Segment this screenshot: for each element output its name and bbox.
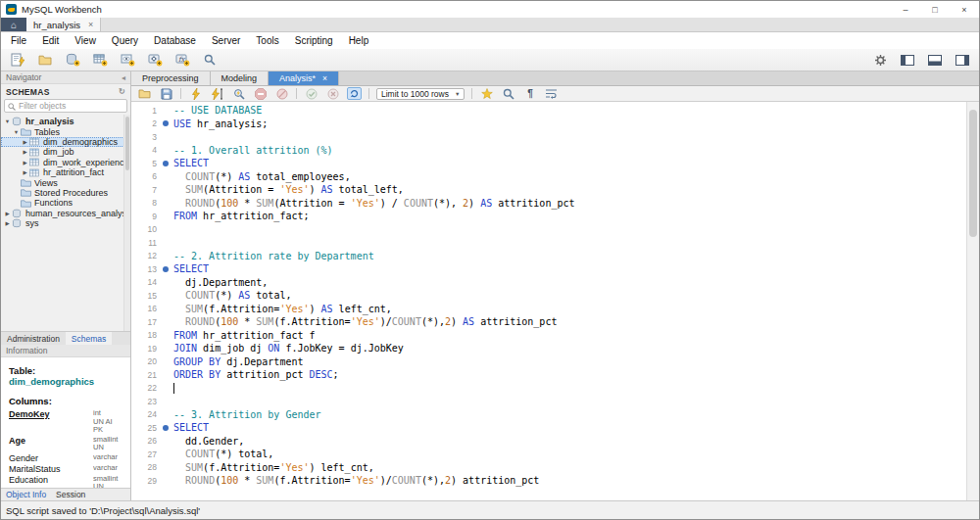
toggle-bottom-panel-icon[interactable] xyxy=(926,52,944,68)
execute-current-statement-icon[interactable] xyxy=(210,87,224,100)
create-view-icon[interactable] xyxy=(119,52,136,68)
menu-scripting[interactable]: Scripting xyxy=(287,34,341,47)
close-tab-icon[interactable]: × xyxy=(88,20,93,29)
tree-item-hr_attrition_fact[interactable]: ▶hr_attrition_fact xyxy=(1,167,130,177)
stop-icon[interactable] xyxy=(253,87,268,100)
tree-item-label: dim_work_experience xyxy=(41,158,129,167)
toggle-wrap-icon[interactable] xyxy=(544,87,559,100)
code-text: SUM(f.Attrition='Yes') AS left_cnt, xyxy=(173,304,392,314)
create-table-icon[interactable] xyxy=(91,52,109,68)
line-number: 27 xyxy=(131,449,157,459)
editor-scrollbar[interactable] xyxy=(966,102,979,500)
tree-item-hr_analysis[interactable]: ▼hr_analysis xyxy=(1,117,130,126)
home-tab[interactable]: ⌂ xyxy=(1,18,26,31)
document-tab-hr_analysis[interactable]: hr_analysis× xyxy=(26,18,101,31)
column-name: Age xyxy=(9,436,93,446)
tree-item-sys[interactable]: ▶sys xyxy=(1,218,130,228)
new-query-tab-icon[interactable] xyxy=(9,52,26,68)
query-tab-preprocessing[interactable]: Preprocessing xyxy=(131,71,211,85)
menu-database[interactable]: Database xyxy=(146,34,204,47)
expand-arrow-icon[interactable]: ▶ xyxy=(3,220,12,226)
folder-icon xyxy=(21,188,32,197)
expand-arrow-icon[interactable]: ▶ xyxy=(21,160,29,165)
toggle-invisibles-icon[interactable]: ¶ xyxy=(522,87,537,100)
toggle-autocommit-icon[interactable] xyxy=(347,87,362,100)
preferences-gear-icon[interactable] xyxy=(871,52,889,68)
menu-query[interactable]: Query xyxy=(104,34,146,47)
code-text: -- 2. Attrition rate by Department xyxy=(173,251,374,261)
create-schema-icon[interactable] xyxy=(64,52,81,68)
explain-icon[interactable] xyxy=(231,87,246,100)
code-line-20: 20GROUP BY dj.Department xyxy=(131,355,966,369)
column-row: EducationsmallintUN xyxy=(9,475,124,489)
sql-editor: PreprocessingModelingAnalysis*× Limit to… xyxy=(131,71,979,500)
close-tab-icon[interactable]: × xyxy=(322,73,327,83)
find-icon[interactable] xyxy=(501,87,515,100)
statement-marker-dot xyxy=(163,266,169,272)
minimize-button[interactable]: – xyxy=(891,2,920,18)
collapse-panel-icon[interactable]: ◂ xyxy=(122,73,125,82)
open-script-icon[interactable] xyxy=(137,87,152,100)
open-sql-script-icon[interactable] xyxy=(36,52,54,68)
row-limit-select[interactable]: Limit to 1000 rows▼ xyxy=(376,88,465,100)
line-number: 16 xyxy=(131,304,157,313)
search-data-icon[interactable] xyxy=(201,52,219,68)
tree-scrollbar[interactable] xyxy=(123,115,130,331)
tree-item-Stored Procedures[interactable]: Stored Procedures xyxy=(1,188,130,198)
query-tab-analysis[interactable]: Analysis*× xyxy=(269,71,339,85)
code-line-27: 27 COUNT(*) total, xyxy=(131,448,966,461)
tree-item-dim_demographics[interactable]: ▶dim_demographics xyxy=(1,137,130,147)
expand-arrow-icon[interactable]: ▶ xyxy=(21,139,29,145)
sidebar-tab-administration[interactable]: Administration xyxy=(1,332,66,345)
menu-edit[interactable]: Edit xyxy=(34,34,67,47)
info-table-label: Table: xyxy=(9,365,124,376)
expand-arrow-icon[interactable]: ▶ xyxy=(21,149,29,155)
create-function-icon[interactable]: fx xyxy=(173,52,191,68)
tree-item-dim_work_experience[interactable]: ▶dim_work_experience xyxy=(1,158,130,167)
execute-icon[interactable] xyxy=(188,87,203,100)
menu-file[interactable]: File xyxy=(3,34,34,47)
expand-arrow-icon[interactable]: ▶ xyxy=(21,169,29,175)
collapse-arrow-icon[interactable]: ▼ xyxy=(12,129,21,135)
schema-filter-input[interactable]: Filter objects xyxy=(4,99,127,113)
code-text: SELECT xyxy=(173,263,209,274)
footer-tab-session[interactable]: Session xyxy=(51,490,90,499)
footer-tab-object-info[interactable]: Object Info xyxy=(1,490,51,499)
save-script-icon[interactable] xyxy=(159,87,173,100)
line-number: 13 xyxy=(131,264,157,274)
menu-help[interactable]: Help xyxy=(341,34,377,47)
column-type: smallintUN xyxy=(93,475,124,489)
menu-tools[interactable]: Tools xyxy=(248,34,286,47)
sidebar-tab-schemas[interactable]: Schemas xyxy=(66,332,112,345)
maximize-button[interactable]: □ xyxy=(920,2,950,18)
tree-item-Functions[interactable]: Functions xyxy=(1,198,130,208)
code-text: FROM hr_attrition_fact; xyxy=(173,211,309,221)
save-snippet-icon[interactable] xyxy=(479,87,494,100)
toggle-left-panel-icon[interactable] xyxy=(899,52,916,68)
sidebar-footer-tabs: Object InfoSession xyxy=(1,488,130,500)
editor-scrollbar-thumb[interactable] xyxy=(969,110,977,237)
code-text: COUNT(*) AS total, xyxy=(173,290,291,301)
query-tab-modeling[interactable]: Modeling xyxy=(211,71,270,85)
query-tab-label: Analysis* xyxy=(279,73,316,83)
tree-item-dim_job[interactable]: ▶dim_job xyxy=(1,147,130,157)
refresh-schemas-icon[interactable]: ↻ xyxy=(119,87,125,96)
expand-arrow-icon[interactable]: ▶ xyxy=(3,211,12,216)
close-button[interactable]: × xyxy=(950,2,979,18)
rollback-icon[interactable] xyxy=(325,87,340,100)
menu-view[interactable]: View xyxy=(67,34,104,47)
create-procedure-icon[interactable] xyxy=(146,52,164,68)
tree-scrollbar-thumb[interactable] xyxy=(125,117,129,170)
commit-icon[interactable] xyxy=(304,87,318,100)
sql-code-area[interactable]: 1-- USE DATABASE2USE hr_analysis;34-- 1.… xyxy=(131,102,966,500)
tree-item-human_resources_analysis[interactable]: ▶human_resources_analysis xyxy=(1,209,130,218)
toggle-right-panel-icon[interactable] xyxy=(954,52,971,68)
tree-item-Tables[interactable]: ▼Tables xyxy=(1,126,130,136)
column-type: intUN AIPK xyxy=(93,409,124,435)
code-line-12: 12-- 2. Attrition rate by Department xyxy=(131,250,966,263)
tree-item-Views[interactable]: Views xyxy=(1,177,130,187)
collapse-arrow-icon[interactable]: ▼ xyxy=(3,118,12,124)
toggle-stop-on-error-icon[interactable] xyxy=(274,87,289,100)
mysql-workbench-window: MySQL Workbench –□× ⌂ hr_analysis× FileE… xyxy=(0,0,980,520)
menu-server[interactable]: Server xyxy=(204,34,248,47)
